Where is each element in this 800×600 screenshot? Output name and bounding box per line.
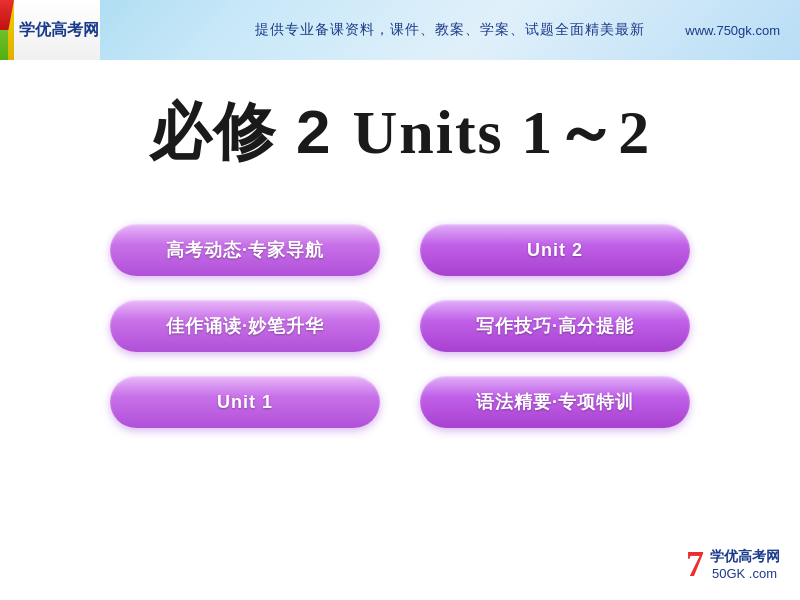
btn-grammar[interactable]: 语法精要·专项特训	[420, 376, 690, 428]
watermark-number: 7	[686, 543, 704, 585]
watermark-site-url: 50GK .com	[712, 566, 780, 581]
btn-reading[interactable]: 佳作诵读·妙笔升华	[110, 300, 380, 352]
logo-text: 学优高考网	[19, 20, 99, 41]
btn-unit2[interactable]: Unit 2	[420, 224, 690, 276]
header: 学优高考网 提供专业备课资料，课件、教案、学案、试题全面精美最新 www.750…	[0, 0, 800, 60]
watermark-site-name: 学优高考网	[710, 547, 780, 565]
header-url: www.750gk.com	[685, 23, 780, 38]
title-english: Units 1～2	[352, 90, 651, 174]
logo-box: 学优高考网	[0, 0, 100, 60]
footer-watermark: 7 学优高考网 50GK .com	[686, 543, 780, 585]
btn-unit1[interactable]: Unit 1	[110, 376, 380, 428]
main-content: 必修 2 Units 1～2 高考动态·专家导航 Unit 2 佳作诵读·妙笔升…	[0, 60, 800, 600]
title-area: 必修 2 Units 1～2	[149, 90, 651, 174]
buttons-grid: 高考动态·专家导航 Unit 2 佳作诵读·妙笔升华 写作技巧·高分提能 Uni…	[110, 224, 690, 428]
btn-gaokao-navigation[interactable]: 高考动态·专家导航	[110, 224, 380, 276]
title-chinese: 必修 2	[149, 90, 333, 174]
btn-writing-skills[interactable]: 写作技巧·高分提能	[420, 300, 690, 352]
